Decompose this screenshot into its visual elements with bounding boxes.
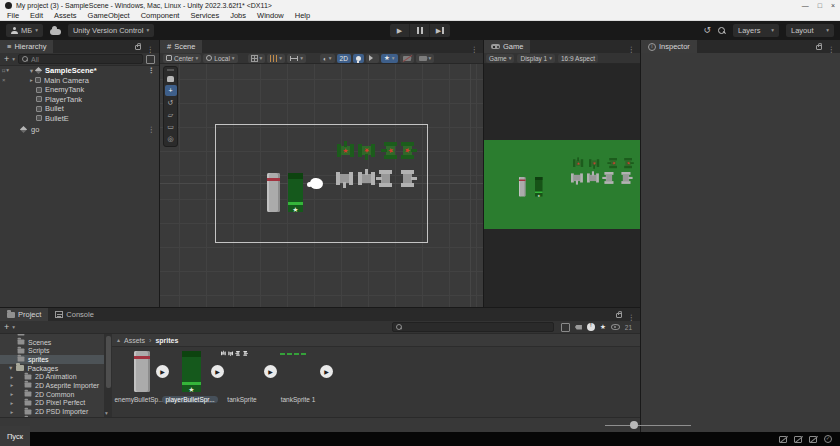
- search-preset-icon[interactable]: [146, 55, 155, 64]
- collapse-icon[interactable]: ▼: [28, 68, 35, 74]
- game-viewport[interactable]: ★ ★ ★ ★: [484, 64, 640, 307]
- snap-increment-dropdown[interactable]: ▾: [267, 54, 285, 63]
- move-tool[interactable]: +: [165, 85, 177, 96]
- package-row[interactable]: ▸ 2D Animation: [0, 372, 104, 381]
- asset-item[interactable]: ▶ tankSprite 1: [268, 351, 328, 409]
- rect-tool[interactable]: ▭: [165, 121, 177, 132]
- pick-toggle-icon[interactable]: ⌑: [2, 67, 5, 74]
- collapse-up-icon[interactable]: ▴: [117, 338, 120, 343]
- close-icon[interactable]: ×: [831, 2, 835, 9]
- asset-item[interactable]: ▶ tankSprite: [216, 351, 268, 409]
- expand-icon[interactable]: ▸: [9, 391, 15, 397]
- tab-hierarchy[interactable]: ≡ Hierarchy: [0, 40, 53, 53]
- create-button[interactable]: +: [4, 323, 9, 332]
- pause-button[interactable]: [410, 24, 430, 37]
- hidden-count-eye-icon[interactable]: [611, 324, 620, 330]
- kebab-menu-icon[interactable]: [628, 38, 636, 56]
- asset-item[interactable]: ▶ enemyBulletSp...: [114, 351, 164, 409]
- search-by-label-icon[interactable]: [575, 325, 582, 330]
- scrollbar-thumb[interactable]: [106, 336, 111, 388]
- tab-inspector[interactable]: Inspector: [641, 40, 697, 53]
- tree-row[interactable]: Bullet: [0, 104, 159, 114]
- console-info-muted-icon[interactable]: [809, 436, 817, 443]
- breadcrumb-sprites[interactable]: sprites: [155, 337, 178, 344]
- kebab-menu-icon[interactable]: [147, 38, 155, 56]
- kebab-menu-icon[interactable]: [148, 125, 156, 134]
- menu-window[interactable]: Window: [257, 11, 284, 20]
- grid-visibility-dropdown[interactable]: ▾: [248, 54, 266, 63]
- package-row[interactable]: ▸ 2D Aseprite Importer: [0, 381, 104, 390]
- kebab-menu-icon[interactable]: [628, 306, 636, 324]
- menu-file[interactable]: File: [7, 11, 19, 20]
- minimize-icon[interactable]: —: [802, 2, 809, 9]
- console-warning-muted-icon[interactable]: [794, 436, 802, 443]
- scroll-down-icon[interactable]: ▾: [105, 410, 108, 416]
- maximize-icon[interactable]: □: [818, 2, 822, 9]
- layout-dropdown[interactable]: Layout ▾: [786, 24, 834, 37]
- tab-game[interactable]: Game: [484, 40, 530, 53]
- package-row[interactable]: ▸ 2D Pixel Perfect: [0, 399, 104, 408]
- kebab-menu-icon[interactable]: [148, 66, 156, 75]
- expand-subassets-button[interactable]: ▶: [320, 365, 333, 378]
- folder-row[interactable]: Scripts: [0, 346, 104, 355]
- lock-icon[interactable]: [816, 45, 822, 50]
- version-control-button[interactable]: Unity Version Control ▾: [68, 24, 154, 37]
- tab-console[interactable]: Console: [48, 308, 101, 321]
- expand-icon[interactable]: ▸: [28, 77, 35, 83]
- package-info-icon[interactable]: [587, 323, 595, 331]
- expand-icon[interactable]: ▸: [9, 382, 15, 388]
- project-search[interactable]: [392, 322, 554, 332]
- tree-row[interactable]: PlayerTank: [0, 95, 159, 105]
- lock-icon[interactable]: [135, 45, 141, 50]
- collapse-icon[interactable]: ▼: [8, 365, 13, 371]
- tab-project[interactable]: Project: [0, 308, 48, 321]
- chevron-down-icon[interactable]: ▾: [12, 57, 15, 62]
- scene-row-go[interactable]: go: [0, 125, 159, 135]
- scene-viewport[interactable]: + ↺ ▱ ▭ ◎ ★ ★ ★ ★: [160, 64, 483, 307]
- folder-tree-scrollbar[interactable]: ▾: [104, 334, 112, 417]
- menu-edit[interactable]: Edit: [30, 11, 43, 20]
- breadcrumb-assets[interactable]: Assets: [124, 337, 145, 344]
- cloud-icon[interactable]: [50, 29, 61, 35]
- chevron-down-icon[interactable]: ▾: [12, 325, 15, 330]
- pivot-dropdown[interactable]: Center ▾: [163, 54, 201, 63]
- search-by-type-icon[interactable]: [561, 323, 570, 332]
- orientation-dropdown[interactable]: Local ▾: [203, 54, 237, 63]
- pick-blocked-icon[interactable]: ×: [2, 77, 6, 83]
- tab-scene[interactable]: # Scene: [160, 40, 202, 53]
- package-row[interactable]: ▸ 2D Common: [0, 390, 104, 399]
- scale-tool[interactable]: ▱: [165, 109, 177, 120]
- play-button[interactable]: ▶: [390, 24, 410, 37]
- hand-tool[interactable]: [165, 73, 177, 84]
- hierarchy-search[interactable]: [18, 54, 143, 64]
- undo-history-icon[interactable]: ↺: [703, 26, 711, 35]
- drag-handle-icon[interactable]: [167, 69, 174, 71]
- folder-row[interactable]: Scenes: [0, 338, 104, 347]
- layers-dropdown[interactable]: Layers ▾: [733, 24, 779, 37]
- expand-icon[interactable]: ▸: [9, 400, 15, 406]
- console-error-muted-icon[interactable]: [779, 436, 787, 443]
- game-mode-dropdown[interactable]: Game▾: [486, 54, 514, 63]
- scene-visibility-button[interactable]: [400, 54, 414, 63]
- toggle-2d-button[interactable]: 2D: [337, 54, 351, 63]
- menu-help[interactable]: Help: [295, 11, 310, 20]
- scene-audio-button[interactable]: [366, 54, 379, 63]
- menu-component[interactable]: Component: [141, 11, 180, 20]
- tree-row[interactable]: EnemyTank: [0, 85, 159, 95]
- camera-settings-dropdown[interactable]: ▾: [416, 54, 435, 63]
- menu-jobs[interactable]: Jobs: [230, 11, 246, 20]
- scene-effects-dropdown[interactable]: ★▾: [381, 54, 398, 63]
- search-icon[interactable]: [718, 27, 726, 35]
- packages-row[interactable]: ▼ Packages: [0, 364, 104, 373]
- rotate-tool[interactable]: ↺: [165, 97, 177, 108]
- progress-check-icon[interactable]: [824, 435, 832, 443]
- asset-item-selected[interactable]: ▶ playerBulletSpr...: [164, 351, 216, 409]
- aspect-dropdown[interactable]: 16:9 Aspect: [558, 54, 598, 63]
- menu-assets[interactable]: Assets: [54, 11, 77, 20]
- asset-grid[interactable]: ▶ enemyBulletSp... ▶ playerBulletSpr...: [112, 347, 640, 417]
- start-button[interactable]: Пуск: [0, 426, 30, 446]
- tree-row[interactable]: BulletE: [0, 114, 159, 124]
- snap-settings-dropdown[interactable]: ▾: [287, 54, 306, 63]
- scene-row[interactable]: ⌑▾ ▼ SampleScene*: [0, 66, 159, 76]
- scene-lighting-button[interactable]: [353, 54, 364, 63]
